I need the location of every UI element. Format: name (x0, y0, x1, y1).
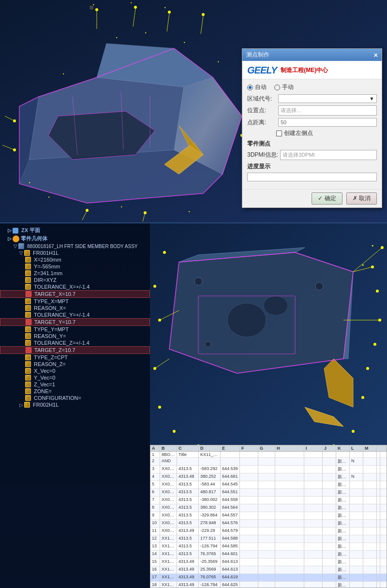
fr002h1l-label: FR002H1L (33, 402, 59, 408)
table-cell (377, 582, 380, 588)
table-row[interactable]: 6XX04M64313.5480.817644.551新创 20 (150, 489, 387, 497)
param-dir[interactable]: DIR=XYZ (0, 277, 150, 283)
table-cell (350, 489, 363, 496)
geometry-item[interactable]: ▷ 零件几何体 (0, 235, 150, 243)
table-cell: 6 (150, 489, 160, 496)
table-cell: 644.601 (221, 551, 240, 558)
param-x[interactable]: X=2160mm (0, 256, 150, 263)
table-row[interactable]: 7XX05M14313.5-380.002644.558新创 20 (150, 497, 387, 504)
table-row[interactable]: 15XX13M54313.49-25.3569644.613新创 20 (150, 559, 387, 566)
fr002h1l-item[interactable]: ▷ FR002H1L (0, 401, 150, 408)
table-cell: 14 (150, 551, 160, 558)
table-row[interactable]: 2AND新创 20N (150, 458, 387, 466)
table-cell (221, 458, 240, 465)
table-cell (350, 512, 363, 519)
table-cell (377, 489, 380, 496)
table-cell: 新创 20 (336, 504, 350, 512)
table-row[interactable]: 18XX16M14313.49-126.794644.625新创 20 (150, 582, 387, 588)
zx-plane-item[interactable]: ▷ ZX 平面 (0, 226, 150, 235)
param-type-x-label: TYPE_X=MPT (34, 298, 69, 304)
table-cell (240, 466, 258, 473)
param-tol-x[interactable]: TOLERANCE_X=+/-1.4 (0, 283, 150, 290)
param-target-y[interactable]: TARGET_Y=10.7 (0, 318, 150, 326)
left-point-checkbox-row[interactable]: 创建左侧点 (276, 129, 377, 137)
table-cell: 新创 20 (336, 466, 350, 473)
table-cell (275, 566, 304, 573)
table-cell (363, 559, 377, 566)
table-row[interactable]: 18BOcumenTitleKX11_Men_BN_002 (150, 452, 387, 458)
table-row[interactable]: 5XX03M64313.5-583.44644.545新创 20 (150, 481, 387, 489)
zone-code-row: 区域代号: ▼ (247, 94, 377, 103)
table-cell: 新创 20 (336, 458, 350, 465)
param-reason-x[interactable]: REASON_X= (0, 305, 150, 311)
location-input[interactable]: 请选择... (278, 105, 377, 116)
assembly-node[interactable]: ▷ 8800018167_LH FRT SIDE MEMBER BODY ASS… (0, 243, 150, 250)
table-cell: 新创 20 (336, 497, 350, 504)
table-row[interactable]: 10XX08M64313.5278.948644.576新创 20 (150, 520, 387, 528)
table-row[interactable]: 12XX10M1E4313.5177.511644.588新创 20 (150, 535, 387, 543)
param-type-z-label: TYPE_Z=CPT (34, 354, 68, 360)
param-xvec[interactable]: X_Vec=0 (0, 368, 150, 374)
table-cell (258, 582, 275, 588)
table-row[interactable]: 9XX07M14313.5-329.864644.557新创 20 (150, 512, 387, 520)
3dpmi-input[interactable]: 请选择3DPMI (280, 150, 377, 160)
table-cell (275, 458, 304, 465)
param-yvec[interactable]: Y_Vec=0 (0, 374, 150, 381)
table-cell (275, 473, 304, 481)
param-target-z[interactable]: TARGET_Z=10.7 (0, 346, 150, 354)
ok-button[interactable]: 确定 (312, 192, 342, 205)
param-config[interactable]: CONFIGURATION= (0, 395, 150, 401)
table-cell (221, 452, 240, 457)
table-row[interactable]: 13XX11M24313.5-126.794644.585新创 20 (150, 543, 387, 551)
param-zone[interactable]: ZONE= (0, 388, 150, 395)
table-cell (240, 458, 258, 465)
distance-input[interactable]: 50 (278, 118, 377, 127)
fr001h1l-item[interactable]: ▷ FR001H1L (0, 250, 150, 256)
table-cell (350, 497, 363, 504)
param-tol-y[interactable]: TOLERANCE_Y=+/-1.4 (0, 311, 150, 318)
table-cell: 新创 20 (336, 520, 350, 527)
table-cell (377, 466, 380, 473)
param-reason-z[interactable]: REASON_Z= (0, 361, 150, 368)
table-cell (350, 452, 363, 457)
param-reason-y[interactable]: REASON_Y= (0, 333, 150, 339)
table-cell (304, 489, 323, 496)
param-target-x[interactable]: TARGET_X=10.7 (0, 290, 150, 298)
param-tol-z[interactable]: TOLERANCE_Z=+/-1.4 (0, 339, 150, 346)
table-row[interactable]: 3XX01M114313.5-583.292644.539新创 20 (150, 466, 387, 473)
zx-plane-label: ZX 平面 (21, 227, 40, 234)
radio-manual[interactable]: 手动 (274, 83, 294, 91)
param-y[interactable]: Y=-565mm (0, 263, 150, 270)
param-z[interactable]: Z=341.1mm (0, 270, 150, 277)
table-row[interactable]: 16XX14M5E4313.4925.3569644.613新创 20 (150, 566, 387, 574)
left-point-checkbox[interactable] (276, 131, 282, 136)
table-row[interactable]: 14XX12M14313.576.3765644.601新创 20 (150, 551, 387, 559)
table-cell (350, 535, 363, 543)
param-type-z[interactable]: TYPE_Z=CPT (0, 354, 150, 361)
table-row[interactable]: 8XX06M64313.5380.302644.564新创 20 (150, 504, 387, 512)
param-zone-icon (25, 388, 31, 394)
table-cell (258, 528, 275, 535)
param-type-x[interactable]: TYPE_X=MPT (0, 298, 150, 305)
fr001h1l-icon (24, 250, 30, 256)
table-row[interactable]: 4XX02M54313.48380.252644.681新创 20N (150, 473, 387, 481)
close-button[interactable]: × (374, 51, 378, 59)
table-row[interactable]: 17XX15M1E4313.4976.0765644.619新创 20 (150, 574, 387, 582)
table-cell (377, 535, 380, 543)
table-cell (258, 504, 275, 512)
table-cell (363, 452, 377, 457)
param-config-label: CONFIGURATION= (34, 395, 81, 401)
zone-code-dropdown[interactable]: ▼ (278, 94, 377, 103)
table-row[interactable]: 11XX09M54313.49-229.29644.579新创 20 (150, 528, 387, 535)
param-type-y[interactable]: TYPE_Y=MPT (0, 326, 150, 333)
cancel-button[interactable]: 取消 (346, 192, 377, 205)
param-zvec[interactable]: Z_Vec=1 (0, 381, 150, 388)
table-cell: 新创 20 (336, 574, 350, 581)
svg-text:▪: ▪ (218, 59, 219, 64)
table-cell: 12 (150, 535, 160, 543)
excel-col-l: L (350, 445, 363, 451)
radio-auto[interactable]: 自动 (247, 83, 267, 91)
table-cell (258, 520, 275, 527)
table-cell: 644.545 (221, 481, 240, 488)
table-cell: AND (160, 458, 177, 465)
